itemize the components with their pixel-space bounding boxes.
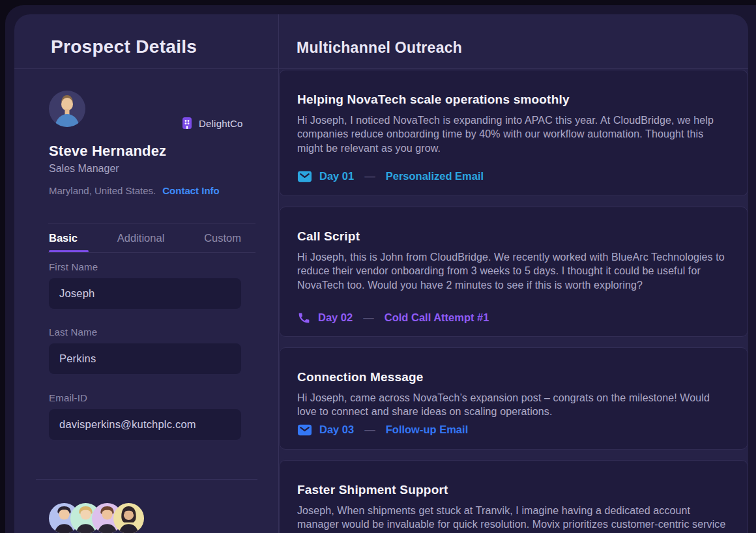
person-photo-icon	[49, 91, 85, 127]
card-title: Connection Message	[297, 370, 728, 384]
active-tab-underline	[49, 250, 89, 252]
card-channel: Cold Call Attempt #1	[385, 311, 489, 324]
card-day: Day 02	[318, 311, 353, 324]
outreach-card-4[interactable]: Faster Shipment Support Joseph, When shi…	[279, 460, 748, 533]
email-icon	[297, 422, 312, 437]
company-badge: DelightCo	[181, 117, 243, 130]
company-name: DelightCo	[199, 118, 243, 129]
footer-separator: —	[363, 311, 374, 324]
last-name-label: Last Name	[49, 326, 97, 338]
tab-basic[interactable]: Basic	[49, 232, 78, 244]
first-name-input[interactable]	[49, 278, 241, 309]
team-avatar[interactable]	[113, 503, 144, 533]
outreach-card-day-01[interactable]: Helping NovaTech scale operations smooth…	[279, 70, 748, 196]
tabs-row: Basic Additional Custom	[49, 232, 241, 244]
card-channel: Follow-up Email	[386, 424, 469, 436]
card-body: Hi Joseph, came across NovaTech’s expans…	[297, 391, 728, 419]
card-day: Day 03	[319, 424, 354, 436]
prospect-name: Steve Hernandez	[49, 143, 166, 160]
outreach-card-day-02[interactable]: Call Script Hi Joseph, this is John from…	[279, 207, 748, 337]
email-label: Email-ID	[49, 392, 87, 403]
outreach-card-list: Helping NovaTech scale operations smooth…	[279, 70, 748, 533]
card-body: Hi Joseph, this is John from CloudBridge…	[297, 250, 728, 292]
card-title: Faster Shipment Support	[297, 483, 728, 497]
tab-custom[interactable]: Custom	[204, 232, 241, 244]
prospect-location: Maryland, United States.	[49, 185, 156, 196]
header-divider	[14, 68, 748, 69]
team-avatar-group	[49, 503, 144, 533]
multichannel-outreach-title: Multichannel Outreach	[297, 39, 462, 57]
tabs-top-divider	[48, 223, 255, 224]
card-footer[interactable]: Day 01 — Personalized Email	[297, 169, 484, 184]
card-channel: Personalized Email	[386, 170, 484, 182]
card-body: Joseph, When shipments get stuck at Tran…	[297, 504, 728, 533]
footer-separator: —	[364, 424, 375, 436]
card-footer[interactable]: Day 03 — Follow-up Email	[297, 422, 468, 437]
card-body: Hi Joseph, I noticed NovaTech is expandi…	[297, 113, 728, 155]
footer-separator: —	[364, 170, 375, 182]
tab-additional[interactable]: Additional	[117, 232, 164, 244]
contact-info-link[interactable]: Contact Info	[162, 185, 220, 196]
card-title: Helping NovaTech scale operations smooth…	[297, 93, 728, 107]
outreach-card-day-03[interactable]: Connection Message Hi Joseph, came acros…	[279, 347, 748, 450]
left-bottom-divider	[36, 479, 257, 480]
building-icon	[181, 117, 194, 130]
location-row: Maryland, United States. Contact Info	[49, 185, 220, 196]
email-icon	[297, 169, 312, 184]
card-footer[interactable]: Day 02 — Cold Call Attempt #1	[297, 311, 489, 324]
first-name-label: First Name	[49, 261, 98, 272]
last-name-input[interactable]	[49, 343, 241, 374]
card-day: Day 01	[319, 170, 354, 182]
prospect-details-title: Prospect Details	[51, 36, 197, 57]
prospect-avatar	[49, 91, 85, 127]
prospect-role: Sales Manager	[49, 163, 119, 175]
email-input[interactable]	[49, 409, 241, 440]
phone-icon	[297, 311, 311, 324]
card-title: Call Script	[297, 229, 728, 244]
tabs-bottom-divider	[48, 252, 255, 253]
person-photo-icon	[113, 503, 144, 533]
